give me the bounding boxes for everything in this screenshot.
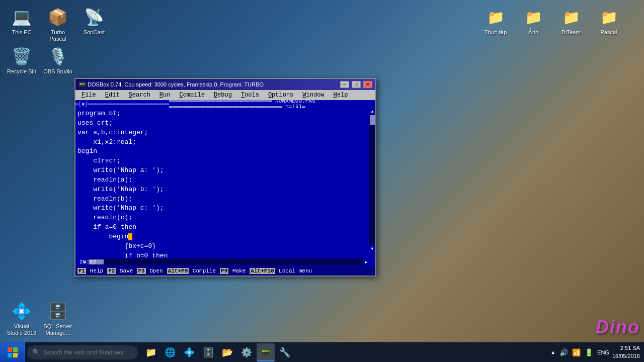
desktop-icon-vs2013[interactable]: 💠 Visual Studio 2013: [4, 299, 39, 338]
close-button[interactable]: ✕: [363, 81, 372, 88]
editor-titlebar: ═[■]═══════════════════════════ ════════…: [75, 100, 375, 108]
horizontal-scrollbar[interactable]: ◄ ►: [82, 258, 369, 265]
status-time: 20:52: [79, 259, 96, 265]
code-line: x1,x2:real;: [77, 138, 373, 147]
menu-run[interactable]: Run: [155, 91, 175, 99]
tray-battery[interactable]: 🔋: [584, 347, 594, 357]
taskbar: 🔍 📁 🌐 💠 🗄️ 📂 ⚙️ 📟 🔧 ▲ 🔊 📶 🔋 ENG 2:51: [0, 342, 644, 362]
dosbox-title-text: DOSBox 0.74, Cpu speed: 3000 cycles, Fra…: [88, 81, 338, 87]
menu-compile[interactable]: Compile: [175, 91, 208, 99]
desktop-icon-anh[interactable]: 📁 Ảnh: [516, 5, 551, 38]
scroll-thumb-v[interactable]: [370, 115, 375, 125]
code-line: begin: [77, 147, 373, 156]
code-line: begin: [77, 232, 373, 242]
desktop-icon-btteam[interactable]: 📁 BtTeam: [553, 5, 589, 38]
code-line: program bt;: [77, 109, 373, 119]
dosbox-editor: ═[■]═══════════════════════════ ════════…: [75, 100, 375, 276]
menu-edit[interactable]: Edit: [101, 91, 124, 99]
code-line: clrscr;: [77, 156, 373, 166]
taskbar-chrome[interactable]: 🔧: [276, 343, 294, 361]
tray-expand[interactable]: ▲: [550, 349, 555, 355]
desktop-icon-sopcast[interactable]: 📡 SopCast: [76, 5, 112, 38]
code-line: var a,b,c:integer;: [77, 128, 373, 138]
code-line: readln(a);: [77, 175, 373, 185]
svg-rect-0: [8, 347, 12, 352]
start-button[interactable]: [0, 342, 25, 363]
desktop-icon-obs[interactable]: 🎙️ OBS Studio: [40, 44, 75, 77]
desktop-icon-recycle-bin[interactable]: 🗑️ Recycle Bin: [4, 44, 39, 77]
dosbox-menubar: File Edit Search Run Compile Debug Tools…: [75, 90, 375, 100]
code-line: {bx+c=0}: [77, 242, 373, 251]
taskbar-folder2[interactable]: 📂: [218, 343, 236, 361]
tray-network[interactable]: 📶: [571, 347, 582, 357]
taskbar-sql[interactable]: 🗄️: [199, 343, 217, 361]
hotkey-f9: F9 Make: [220, 268, 246, 274]
svg-rect-1: [13, 347, 18, 352]
dosbox-hotkeys: F1 Help F2 Save F3 Open Alt+F9 Compile F…: [75, 266, 375, 276]
menu-tools[interactable]: Tools: [237, 91, 263, 99]
code-line: readln(b);: [77, 195, 373, 204]
search-icon: 🔍: [32, 348, 40, 356]
dosbox-window: 📟 DOSBox 0.74, Cpu speed: 3000 cycles, F…: [74, 78, 376, 277]
dosbox-titlebar: 📟 DOSBox 0.74, Cpu speed: 3000 cycles, F…: [75, 79, 375, 90]
menu-window[interactable]: Window: [298, 91, 328, 99]
desktop-icon-this-pc[interactable]: 💻 This PC: [4, 5, 39, 38]
taskbar-browser[interactable]: 🌐: [161, 343, 179, 361]
tray-sound[interactable]: 🔊: [558, 347, 569, 357]
editor-content[interactable]: program bt; uses crt; var a,b,c:integer;…: [75, 108, 375, 257]
hotkey-f2: F2 Save: [107, 268, 133, 274]
desktop-icon-thuc-tap[interactable]: 📁 Thực tập: [478, 5, 513, 38]
search-input[interactable]: [43, 349, 133, 356]
desktop: 💻 This PC 📦 Turbo Pascal 📡 SopCast 🗑️ Re…: [0, 0, 644, 362]
taskbar-settings[interactable]: ⚙️: [237, 343, 256, 361]
maximize-button[interactable]: □: [352, 81, 361, 88]
svg-rect-3: [13, 353, 18, 357]
taskbar-dosbox[interactable]: 📟: [257, 343, 275, 361]
code-line: uses crt;: [77, 119, 373, 128]
taskbar-file-explorer[interactable]: 📁: [142, 343, 160, 361]
vertical-scrollbar[interactable]: ▲ ▼: [369, 108, 375, 251]
code-line: if a=0 then: [77, 223, 373, 232]
hotkey-altf9: Alt+F9 Compile: [167, 268, 216, 274]
tray-date-value: 16/05/2016: [612, 352, 640, 360]
tray-time-value: 2:51 SA: [612, 344, 640, 352]
minimize-button[interactable]: ─: [340, 81, 349, 88]
code-line: readln(c);: [77, 213, 373, 223]
code-line: if b=0 then: [77, 251, 373, 257]
system-tray: ▲ 🔊 📶 🔋 ENG 2:51 SA 16/05/2016: [546, 342, 644, 363]
svg-rect-2: [8, 353, 12, 357]
desktop-icon-turbo-pascal[interactable]: 📦 Turbo Pascal: [40, 5, 75, 44]
dino-watermark: Dino: [596, 317, 640, 338]
menu-help[interactable]: Help: [330, 91, 352, 99]
desktop-icon-sql[interactable]: 🗄️ SQL Server Manage...: [40, 299, 75, 338]
dosbox-title-icon: 📟: [78, 81, 86, 88]
windows-icon: [8, 347, 18, 357]
taskbar-apps: 📁 🌐 💠 🗄️ 📂 ⚙️ 📟 🔧: [142, 343, 294, 361]
search-bar[interactable]: 🔍: [27, 345, 138, 359]
code-line: write('Nhap c: ');: [77, 204, 373, 213]
hotkey-f3: F3 Open: [137, 268, 163, 274]
dosbox-statusbar: ◄ ► 20:52: [75, 257, 375, 266]
hotkey-f1: F1 Help: [77, 268, 103, 274]
scroll-down[interactable]: ▼: [369, 245, 375, 251]
tray-lang[interactable]: ENG: [597, 349, 609, 355]
taskbar-vs[interactable]: 💠: [180, 343, 198, 361]
desktop-icon-pascal[interactable]: 📁 Pascal: [591, 5, 626, 38]
hotkey-altf10: Alt+F10 Local menu: [250, 268, 312, 274]
tray-icons: 🔊 📶 🔋: [558, 347, 594, 357]
code-line: write('Nhap b: ');: [77, 185, 373, 195]
code-line: write('Nhap a: ');: [77, 166, 373, 175]
menu-debug[interactable]: Debug: [210, 91, 236, 99]
menu-search[interactable]: Search: [125, 91, 154, 99]
scroll-up[interactable]: ▲: [369, 108, 375, 114]
menu-file[interactable]: File: [77, 91, 100, 99]
scroll-right[interactable]: ►: [363, 258, 369, 265]
tray-clock[interactable]: 2:51 SA 16/05/2016: [612, 344, 640, 360]
menu-options[interactable]: Options: [264, 91, 297, 99]
